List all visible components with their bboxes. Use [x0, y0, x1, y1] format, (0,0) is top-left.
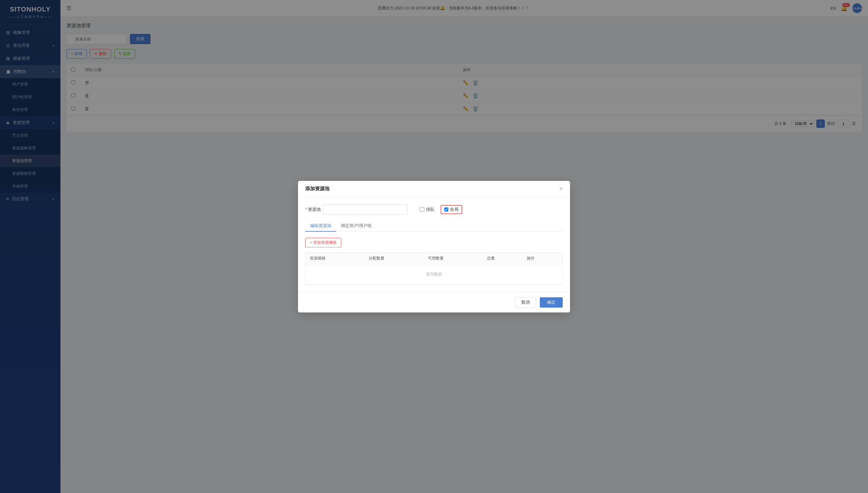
checkbox-group: 排队 全局: [420, 205, 462, 214]
app-container: SITONHOLY ——人工智能云平台—— ⊞ 镜像管理 ⊙ 算法开发 ∨ ⊞ …: [0, 0, 868, 493]
dialog-overlay: 添加资源池 × 资源池: [61, 17, 868, 493]
queue-checkbox-item[interactable]: 排队: [420, 207, 435, 212]
dialog-form-row: 资源池 排队 全局: [305, 205, 563, 215]
inner-table-wrap: 资源规格 分配数量 可用数量 总量 操作 暂无数据: [305, 252, 563, 285]
inner-col-spec: 资源规格: [305, 253, 365, 264]
pool-label: 资源池: [305, 207, 321, 212]
inner-table-empty-row: 暂无数据: [305, 264, 563, 284]
global-label: 全局: [450, 207, 458, 212]
tab-edit-resource[interactable]: 编辑资源池: [305, 221, 336, 232]
confirm-button[interactable]: 确定: [540, 297, 563, 307]
pool-input[interactable]: [323, 205, 408, 215]
dialog-footer: 取消 确定: [298, 292, 570, 313]
add-spec-button[interactable]: + 添加资源规格: [305, 238, 341, 248]
add-resource-pool-dialog: 添加资源池 × 资源池: [298, 181, 570, 313]
cancel-button[interactable]: 取消: [515, 297, 536, 307]
inner-col-available: 可用数量: [424, 253, 483, 264]
queue-label: 排队: [426, 207, 435, 212]
inner-col-total: 总量: [483, 253, 523, 264]
global-checkbox[interactable]: [444, 208, 448, 211]
dialog-tabs: 编辑资源池 绑定用户/用户组: [305, 221, 563, 232]
dialog-header: 添加资源池 ×: [298, 181, 570, 197]
dialog-title: 添加资源池: [305, 186, 329, 192]
main-area: ☰ 思腾合力:2022-11-18 20:55:38 欢迎🔔：当前版本为6.4版…: [61, 0, 868, 493]
tab-bind-user[interactable]: 绑定用户/用户组: [336, 221, 376, 232]
dialog-body: 资源池 排队 全局: [298, 197, 570, 292]
global-checkbox-highlighted: 全局: [441, 205, 462, 214]
inner-col-alloc: 分配数量: [365, 253, 424, 264]
empty-data-text: 暂无数据: [305, 264, 563, 284]
page-content: 资源池管理 🔍 搜索 + 新增 ✕ 删除 ↻ 刷新: [61, 17, 868, 493]
pool-field: 资源池: [305, 205, 408, 215]
inner-table-body: 暂无数据: [305, 264, 563, 284]
dialog-close-button[interactable]: ×: [559, 186, 563, 192]
queue-checkbox[interactable]: [420, 207, 424, 212]
inner-table-header: 资源规格 分配数量 可用数量 总量 操作: [305, 253, 563, 264]
inner-table: 资源规格 分配数量 可用数量 总量 操作 暂无数据: [305, 253, 563, 285]
inner-col-action: 操作: [523, 253, 563, 264]
